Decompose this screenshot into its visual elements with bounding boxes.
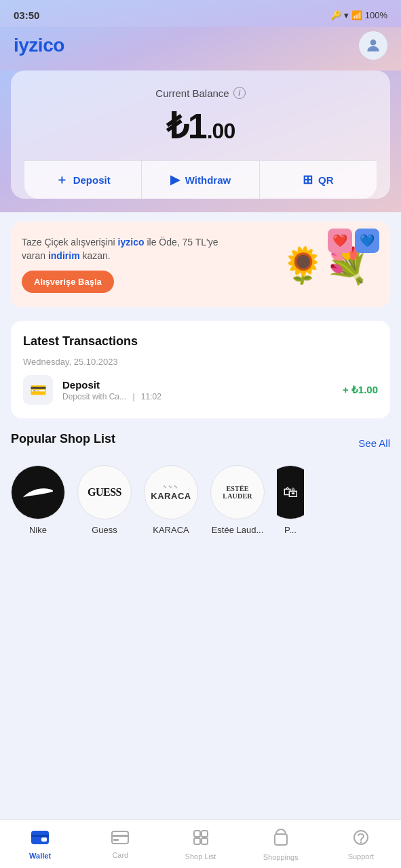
balance-actions: ＋ Deposit ▶ Withdraw ⊞ QR <box>24 160 377 199</box>
balance-amount: ₺1.00 <box>24 106 377 146</box>
svg-rect-3 <box>41 837 47 842</box>
shop-item-esteelauder[interactable]: ESTÉE LAUDER Estée Laud... <box>210 465 265 535</box>
promo-image: ❤️ 💙 🌻💐 <box>271 234 379 295</box>
svg-rect-4 <box>112 831 128 844</box>
svg-rect-8 <box>202 831 208 837</box>
promo-button[interactable]: Alışverişe Başla <box>22 271 114 293</box>
shoplist-nav-label: Shop List <box>185 852 216 861</box>
shop-item-partial[interactable]: 🛍 P... <box>277 465 304 535</box>
esteelauder-logo: ESTÉE LAUDER <box>210 465 265 519</box>
promo-text: Taze Çiçek alışverişini iyzico ile Öde, … <box>22 236 218 262</box>
status-icons: 🔑 ▾ 📶 100% <box>330 10 387 20</box>
card-nav-label: Card <box>112 851 128 859</box>
card-nav-icon <box>111 831 129 848</box>
transaction-sub: Deposit with Ca... | 11:02 <box>62 392 333 401</box>
balance-section: Current Balance i ₺1.00 ＋ Deposit ▶ With… <box>0 71 401 212</box>
nav-item-wallet[interactable]: Wallet <box>0 825 80 860</box>
promo-section: Taze Çiçek alışverişini iyzico ile Öde, … <box>0 212 401 317</box>
withdraw-button[interactable]: ▶ Withdraw <box>142 161 259 199</box>
battery-icon: 100% <box>365 10 387 20</box>
svg-point-0 <box>370 39 377 45</box>
shop-name-karaca: KARACA <box>153 525 189 535</box>
promo-banner: Taze Çiçek alışverişini iyzico ile Öde, … <box>11 222 390 307</box>
karaca-logo: ∿∿∿ KARACA <box>144 465 198 519</box>
app-header: iyzico <box>0 27 401 71</box>
transaction-name: Deposit <box>62 379 333 391</box>
shoppings-nav-icon <box>273 829 288 850</box>
support-nav-icon <box>353 829 369 850</box>
nav-item-shoplist[interactable]: Shop List <box>160 824 240 861</box>
transactions-card: Latest Transactions Wednesday, 25.10.202… <box>11 321 390 418</box>
balance-value: ₺1 <box>166 106 207 146</box>
nav-item-support[interactable]: Support <box>321 824 401 861</box>
wallet-nav-icon <box>31 830 50 849</box>
balance-label: Current Balance i <box>24 87 377 99</box>
heart-blue-icon: 💙 <box>355 229 379 253</box>
status-time: 03:50 <box>14 9 39 21</box>
app-logo: iyzico <box>14 35 64 56</box>
svg-rect-5 <box>112 835 128 837</box>
shops-title: Popular Shop List <box>11 432 115 446</box>
shop-name-nike: Nike <box>29 525 47 535</box>
balance-card: Current Balance i ₺1.00 ＋ Deposit ▶ With… <box>11 71 390 199</box>
shoplist-nav-icon <box>193 829 209 850</box>
shop-name-esteelauder: Estée Laud... <box>212 525 264 535</box>
shops-list: Nike GUESS Guess ∿∿∿ KARACA KARACA <box>11 465 390 539</box>
svg-rect-1 <box>31 831 49 844</box>
svg-rect-2 <box>31 835 49 837</box>
svg-rect-9 <box>194 838 200 844</box>
nike-swoosh-icon <box>20 483 56 502</box>
heart-pink-icon: ❤️ <box>328 229 352 253</box>
nav-item-card[interactable]: Card <box>80 825 160 859</box>
signal-icon: 📶 <box>351 10 362 20</box>
svg-point-13 <box>360 841 362 843</box>
svg-rect-7 <box>194 831 200 837</box>
info-icon[interactable]: i <box>233 87 246 99</box>
shop-item-nike[interactable]: Nike <box>11 465 65 535</box>
svg-rect-6 <box>113 839 119 841</box>
svg-rect-11 <box>275 834 287 845</box>
transaction-icon: 💳 <box>23 375 53 405</box>
guess-logo: GUESS <box>77 465 132 519</box>
see-all-button[interactable]: See All <box>358 437 390 449</box>
nav-item-shoppings[interactable]: Shoppings <box>241 823 321 861</box>
wallet-nav-label: Wallet <box>29 852 51 860</box>
shop-name-guess: Guess <box>92 525 117 535</box>
qr-button[interactable]: ⊞ QR <box>260 161 377 199</box>
shops-section: Popular Shop List See All Nike GUESS Gue… <box>0 428 401 549</box>
arrow-right-icon: ▶ <box>170 172 180 187</box>
shops-header: Popular Shop List See All <box>11 432 390 454</box>
shoppings-nav-label: Shoppings <box>263 853 299 861</box>
svg-rect-10 <box>202 838 208 844</box>
partial-logo: 🛍 <box>277 465 304 519</box>
bottom-navigation: Wallet Card Shop List <box>0 819 401 868</box>
shop-item-guess[interactable]: GUESS Guess <box>77 465 132 535</box>
shop-name-partial: P... <box>284 525 297 535</box>
transaction-amount: + ₺1.00 <box>343 384 378 396</box>
transactions-title: Latest Transactions <box>23 334 378 349</box>
transactions-section: Latest Transactions Wednesday, 25.10.202… <box>0 317 401 428</box>
deposit-button[interactable]: ＋ Deposit <box>24 161 142 199</box>
qr-icon: ⊞ <box>303 172 313 187</box>
transaction-details: Deposit Deposit with Ca... | 11:02 <box>62 379 333 401</box>
nike-logo <box>11 465 65 519</box>
user-icon <box>364 37 382 54</box>
wifi-icon: ▾ <box>344 10 349 20</box>
shop-item-karaca[interactable]: ∿∿∿ KARACA KARACA <box>144 465 198 535</box>
status-bar: 03:50 🔑 ▾ 📶 100% <box>0 0 401 27</box>
transaction-item[interactable]: 💳 Deposit Deposit with Ca... | 11:02 + ₺… <box>23 375 378 405</box>
support-nav-label: Support <box>348 852 375 861</box>
balance-cents: .00 <box>207 119 235 143</box>
user-avatar-button[interactable] <box>359 31 387 60</box>
transactions-date: Wednesday, 25.10.2023 <box>23 357 378 367</box>
plus-icon: ＋ <box>56 172 68 188</box>
key-icon: 🔑 <box>330 10 341 20</box>
